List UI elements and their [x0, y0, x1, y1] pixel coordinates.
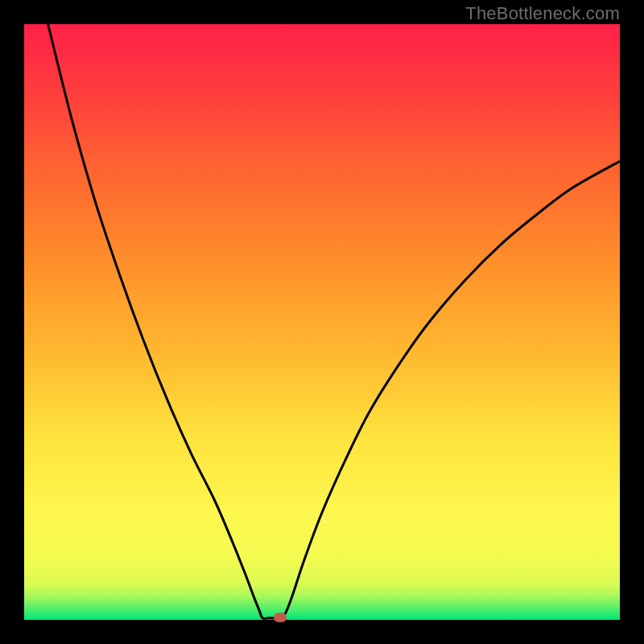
- chart-frame: [24, 24, 620, 620]
- bottleneck-chart: [24, 24, 620, 620]
- chart-background: [24, 24, 620, 620]
- watermark-text: TheBottleneck.com: [465, 3, 620, 24]
- optimal-point-marker: [274, 613, 287, 622]
